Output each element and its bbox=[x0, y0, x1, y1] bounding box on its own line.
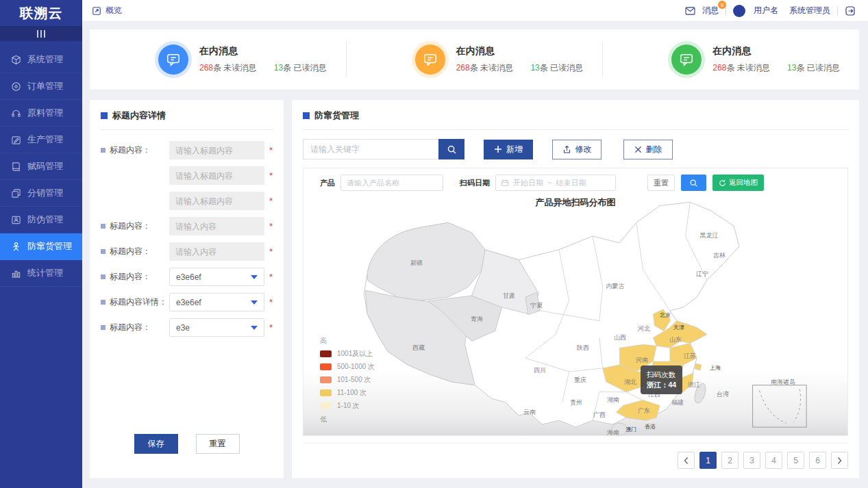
refresh-icon bbox=[719, 179, 726, 187]
username-label[interactable]: 用户名 bbox=[754, 5, 778, 16]
back-to-map-button[interactable]: 返回地图 bbox=[712, 175, 764, 191]
form-panel-title: 标题内容详情 bbox=[101, 110, 273, 130]
chat-bubble-icon bbox=[671, 44, 702, 75]
unread-count: 268 bbox=[199, 63, 213, 73]
sidebar-item-statistics[interactable]: 统计管理 bbox=[0, 260, 82, 287]
panel-title-text: 标题内容详情 bbox=[112, 110, 166, 122]
sidebar: 联溯云 系统管理 订单管理 原料管理 生产管理 赋码管理 分销管理 防伪管理 bbox=[0, 0, 82, 488]
edit-button[interactable]: 修改 bbox=[552, 140, 602, 159]
sidebar-item-production[interactable]: 生产管理 bbox=[0, 127, 82, 153]
province-label: 内蒙古 bbox=[606, 282, 625, 291]
keyword-search-input[interactable] bbox=[303, 139, 438, 159]
read-suffix: 条 已读消息 bbox=[540, 63, 583, 73]
prev-page-button[interactable] bbox=[678, 452, 695, 469]
search-button[interactable] bbox=[438, 139, 464, 159]
avatar[interactable] bbox=[733, 5, 745, 17]
add-button[interactable]: 新增 bbox=[484, 140, 533, 159]
content-input-2[interactable] bbox=[169, 242, 264, 261]
chat-bubble-icon bbox=[415, 44, 445, 75]
title-detail-select[interactable]: e3e6ef bbox=[169, 293, 264, 311]
province-label: 天津 bbox=[673, 324, 684, 331]
sidebar-item-orders[interactable]: 订单管理 bbox=[0, 73, 82, 100]
content-input-1[interactable] bbox=[169, 217, 264, 235]
form-row: 标题内容： e3e6ef bbox=[101, 268, 273, 286]
label-marker bbox=[101, 224, 106, 229]
card-title: 在内消息 bbox=[712, 45, 839, 57]
sidebar-item-label: 原料管理 bbox=[27, 107, 63, 119]
title-content-input-2[interactable] bbox=[169, 166, 264, 185]
title-content-select-1[interactable]: e3e6ef bbox=[169, 268, 264, 286]
form-row bbox=[101, 192, 273, 210]
messages-button[interactable]: 消息 9 bbox=[702, 5, 719, 16]
reset-button[interactable]: 重置 bbox=[196, 434, 240, 454]
card-counts: 268条 未读消息 13条 已读消息 bbox=[456, 62, 583, 74]
sidebar-item-label: 防窜货管理 bbox=[27, 240, 72, 253]
card-counts: 268条 未读消息 13条 已读消息 bbox=[199, 62, 326, 74]
summary-card-messages-1: 在内消息 268条 未读消息 13条 已读消息 bbox=[90, 44, 346, 75]
filter-search-button[interactable] bbox=[681, 175, 706, 191]
province-label: 四川 bbox=[534, 366, 546, 375]
title-content-input-3[interactable] bbox=[169, 192, 264, 210]
province-label: 台湾 bbox=[717, 390, 729, 399]
manage-panel: 防窜货管理 新增 修改 bbox=[291, 99, 860, 479]
sidebar-item-distribution[interactable]: 分销管理 bbox=[0, 180, 82, 207]
map-filter-bar: 产品 扫码日期 开始日期 ~ 结束日期 重置 bbox=[303, 168, 847, 191]
summary-cards: 在内消息 268条 未读消息 13条 已读消息 在内消息 268条 未读消息 1… bbox=[89, 29, 860, 90]
date-range-picker[interactable]: 开始日期 ~ 结束日期 bbox=[495, 175, 616, 191]
sidebar-item-label: 分销管理 bbox=[27, 187, 63, 199]
sidebar-collapse-button[interactable] bbox=[0, 26, 82, 41]
legend-low-label: 低 bbox=[320, 415, 375, 424]
required-marker bbox=[264, 145, 273, 155]
page-button-2[interactable]: 2 bbox=[721, 452, 739, 469]
panel-title-text: 防窜货管理 bbox=[314, 110, 359, 122]
chevron-down-icon bbox=[251, 300, 258, 305]
read-count: 13 bbox=[274, 63, 283, 73]
title-content-input-1[interactable] bbox=[169, 141, 264, 159]
sidebar-item-label: 统计管理 bbox=[27, 267, 63, 279]
sidebar-item-label: 生产管理 bbox=[27, 133, 63, 146]
next-page-button[interactable] bbox=[831, 452, 848, 469]
province-label: 西藏 bbox=[412, 344, 425, 352]
filter-reset-button[interactable]: 重置 bbox=[647, 175, 675, 191]
province-label: 甘肃 bbox=[503, 292, 515, 300]
person-icon bbox=[11, 242, 21, 252]
product-name-input[interactable] bbox=[340, 175, 443, 191]
edit-icon bbox=[11, 135, 21, 145]
summary-card-messages-2: 在内消息 268条 未读消息 13条 已读消息 bbox=[347, 44, 603, 75]
content-area: 在内消息 268条 未读消息 13条 已读消息 在内消息 268条 未读消息 1… bbox=[82, 22, 868, 488]
map-tooltip: 扫码次数 浙江：44 bbox=[641, 365, 682, 394]
sidebar-item-antifleeing[interactable]: 防窜货管理 bbox=[0, 233, 82, 260]
sidebar-item-materials[interactable]: 原料管理 bbox=[0, 100, 82, 127]
scan-date-label: 扫码日期 bbox=[460, 178, 490, 188]
required-marker bbox=[264, 272, 273, 282]
sidebar-item-label: 防伪管理 bbox=[27, 214, 63, 226]
breadcrumb[interactable]: 概览 bbox=[106, 5, 122, 16]
role-label: 系统管理员 bbox=[789, 5, 830, 16]
app-logo: 联溯云 bbox=[0, 0, 82, 26]
required-marker bbox=[264, 221, 273, 231]
legend-swatch bbox=[320, 350, 332, 357]
province-label: 贵州 bbox=[570, 398, 582, 407]
sidebar-item-label: 赋码管理 bbox=[27, 160, 63, 172]
logout-button[interactable] bbox=[845, 5, 856, 16]
required-marker bbox=[264, 322, 273, 333]
title-content-select-2[interactable]: e3e bbox=[169, 318, 264, 337]
page-button-6[interactable]: 6 bbox=[809, 452, 826, 469]
inset-label: 南海诸岛 bbox=[771, 378, 795, 387]
page-button-5[interactable]: 5 bbox=[787, 452, 804, 469]
export-icon bbox=[562, 145, 571, 154]
save-button[interactable]: 保存 bbox=[134, 434, 178, 454]
topbar: 概览 消息 9 用户名 系统管理员 bbox=[82, 0, 868, 22]
id-card-icon bbox=[11, 215, 21, 225]
page-button-3[interactable]: 3 bbox=[743, 452, 760, 469]
page-button-1[interactable]: 1 bbox=[699, 452, 717, 469]
label-marker bbox=[101, 249, 106, 254]
sidebar-item-anticounterfeit[interactable]: 防伪管理 bbox=[0, 207, 82, 233]
sidebar-item-coding[interactable]: 赋码管理 bbox=[0, 153, 82, 180]
delete-button[interactable]: 删除 bbox=[623, 140, 673, 159]
sidebar-item-system[interactable]: 系统管理 bbox=[0, 47, 82, 73]
unread-count: 268 bbox=[456, 63, 470, 73]
province-label: 云南 bbox=[523, 408, 536, 417]
page-button-4[interactable]: 4 bbox=[765, 452, 782, 469]
target-icon bbox=[11, 81, 21, 92]
